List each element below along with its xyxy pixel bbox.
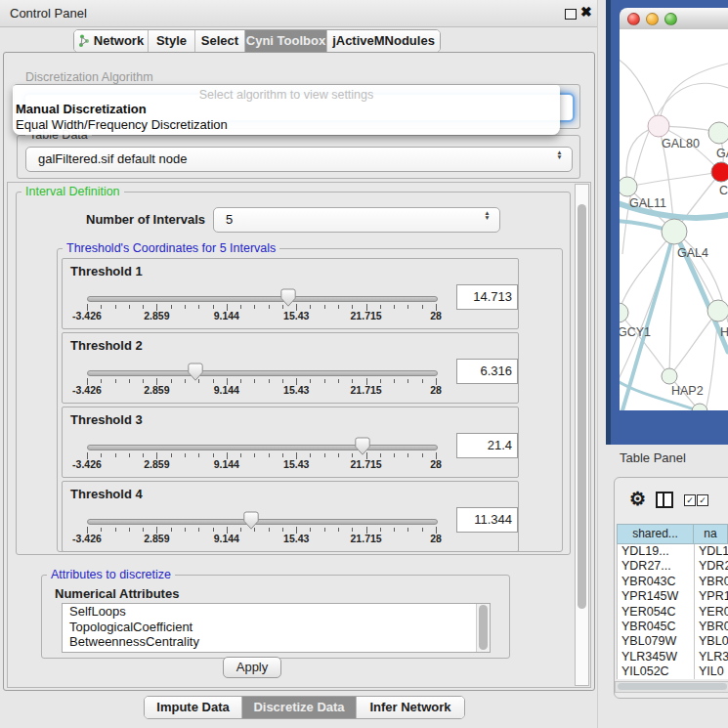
dropdown-item-equal-width-frequency-discretization[interactable]: Equal Width/Frequency Discretization (15, 117, 541, 133)
tick-mark (269, 379, 270, 383)
gear-icon[interactable]: ⚙ (629, 488, 646, 510)
table-hscrollbar[interactable] (615, 681, 728, 693)
attribute-item-selfloops[interactable]: SelfLoops (63, 604, 490, 620)
checkbox-icon[interactable]: ✓ (697, 494, 708, 506)
threshold-slider-handle[interactable] (243, 511, 259, 530)
edge[interactable] (659, 64, 728, 126)
table-row[interactable]: YIL052CYIL0 (618, 664, 728, 679)
axis-tick-label: 2.859 (127, 533, 186, 544)
cyni-bottom-tabs: Impute DataDiscretize DataInfer Network (144, 696, 465, 719)
axis-tick-label: 9.144 (197, 384, 256, 396)
list-scrollbar[interactable] (476, 604, 490, 652)
node-label: H (720, 325, 728, 339)
tab-jactivemnodules[interactable]: jActiveMNodules (327, 30, 440, 52)
gal80-node[interactable] (648, 115, 669, 137)
axis-tick-label: 2.859 (127, 458, 186, 470)
tick-mark (394, 305, 395, 309)
threshold-value-field[interactable]: 11.344 (456, 507, 518, 533)
tab-style[interactable]: Style (149, 30, 195, 52)
column-header-shared[interactable]: shared... (617, 524, 694, 544)
threshold-label: Threshold 1 (70, 264, 143, 278)
minimize-traffic-light-icon[interactable] (646, 13, 659, 25)
cell-name: YIL0 (699, 664, 724, 679)
tab-network[interactable]: Network (74, 30, 149, 52)
panel-scrollbar-thumb[interactable] (578, 204, 586, 609)
table-hscrollbar-thumb[interactable] (618, 683, 727, 690)
network-view[interactable]: GAL80GACGAL11GAL4GCY1HHAP2 (620, 29, 728, 410)
edge[interactable] (669, 311, 718, 376)
tick-mark (394, 379, 395, 383)
panel-title: Control Panel (10, 0, 87, 26)
gal11-node[interactable] (620, 177, 637, 196)
tick-mark (324, 379, 325, 383)
table-row[interactable]: YBR043CYBR0 (618, 575, 728, 589)
tick-mark (115, 305, 116, 309)
cell-name: YLR3 (699, 650, 728, 664)
panel-scrollbar[interactable] (575, 184, 589, 686)
edge[interactable] (620, 59, 659, 126)
gal4-node[interactable] (662, 219, 687, 244)
selected-red-node[interactable] (711, 162, 728, 182)
network-window-titlebar[interactable] (620, 8, 728, 30)
hap2-node[interactable] (662, 368, 677, 384)
numerical-attributes-list[interactable]: SelfLoopsTopologicalCoefficientBetweenne… (62, 603, 491, 653)
threshold-value-field[interactable]: 21.4 (456, 433, 518, 458)
table-row[interactable]: YLR345WYLR3 (618, 650, 728, 664)
tick-mark (213, 453, 214, 457)
attribute-item-topologicalcoefficient[interactable]: TopologicalCoefficient (63, 620, 490, 635)
tick-mark (269, 305, 270, 309)
attribute-item-betweennesscentrality[interactable]: BetweennessCentrality (63, 634, 490, 650)
tick-mark (115, 453, 116, 457)
threshold-value-field[interactable]: 14.713 (456, 284, 518, 310)
top-right-node[interactable] (708, 122, 728, 144)
tab-cyni-toolbox[interactable]: Cyni Toolbox (245, 30, 327, 52)
tick-mark (143, 528, 144, 532)
close-icon[interactable]: ✖ (580, 4, 592, 20)
threshold-slider-track[interactable] (87, 296, 438, 302)
tick-mark (422, 453, 423, 457)
table-row[interactable]: YDR27...YDR2 (618, 559, 728, 574)
axis-tick-label: -3.426 (58, 384, 116, 396)
threshold-slider-track[interactable] (87, 519, 438, 525)
tabledata-combobox[interactable]: galFiltered.sif default node ▲▼ (25, 147, 573, 172)
column-layout-icon[interactable] (656, 492, 673, 508)
apply-button[interactable]: Apply (223, 657, 281, 678)
tab-infer-network[interactable]: Infer Network (357, 697, 464, 718)
tab-discretize-data[interactable]: Discretize Data (242, 697, 357, 718)
column-header-name[interactable]: na (694, 524, 728, 544)
zoom-traffic-light-icon[interactable] (664, 13, 677, 25)
table-row[interactable]: YPR145WYPR1 (618, 589, 728, 604)
table-row[interactable]: YER054CYER0 (618, 605, 728, 620)
tick-mark (129, 305, 130, 309)
num-intervals-combobox[interactable]: 5 ▲▼ (213, 207, 500, 233)
dropdown-item-manual-discretization[interactable]: Manual Discretization (15, 102, 541, 117)
table-row[interactable]: YDL19...YDL1 (618, 544, 728, 559)
threshold-value-field[interactable]: 6.316 (456, 359, 518, 384)
checkbox-icon[interactable]: ✓ (684, 494, 696, 506)
tab-impute-data[interactable]: Impute Data (145, 697, 242, 718)
close-traffic-light-icon[interactable] (627, 13, 640, 25)
table-row[interactable]: YBL079WYBL0 (618, 634, 728, 649)
threshold-slider-handle[interactable] (188, 363, 203, 381)
axis-tick-label: 9.144 (197, 533, 256, 544)
threshold-slider-track[interactable] (87, 445, 438, 450)
float-window-icon[interactable] (565, 9, 577, 20)
threshold-slider-track[interactable] (87, 370, 438, 376)
axis-tick-label: -3.426 (58, 310, 116, 321)
list-scrollbar-thumb[interactable] (479, 605, 488, 650)
threshold-slider-handle[interactable] (355, 437, 370, 455)
edge[interactable] (627, 172, 721, 187)
tab-select[interactable]: Select (195, 30, 245, 52)
node-table-body[interactable]: YDL19...YDL1YDR27...YDR2YBR043CYBR0YPR14… (617, 544, 728, 679)
right-node[interactable] (707, 300, 728, 321)
gcy1-node[interactable] (620, 303, 628, 322)
tick-mark (254, 379, 255, 383)
edge[interactable] (620, 313, 669, 376)
tick-mark (101, 379, 102, 383)
tick-mark (352, 305, 353, 309)
edge[interactable] (669, 232, 674, 376)
node-label: GAL80 (662, 137, 700, 150)
table-row[interactable]: YBR045CYBR0 (618, 620, 728, 634)
network-graph[interactable]: GAL80GACGAL11GAL4GCY1HHAP2 (620, 29, 728, 410)
edge[interactable] (620, 232, 674, 313)
